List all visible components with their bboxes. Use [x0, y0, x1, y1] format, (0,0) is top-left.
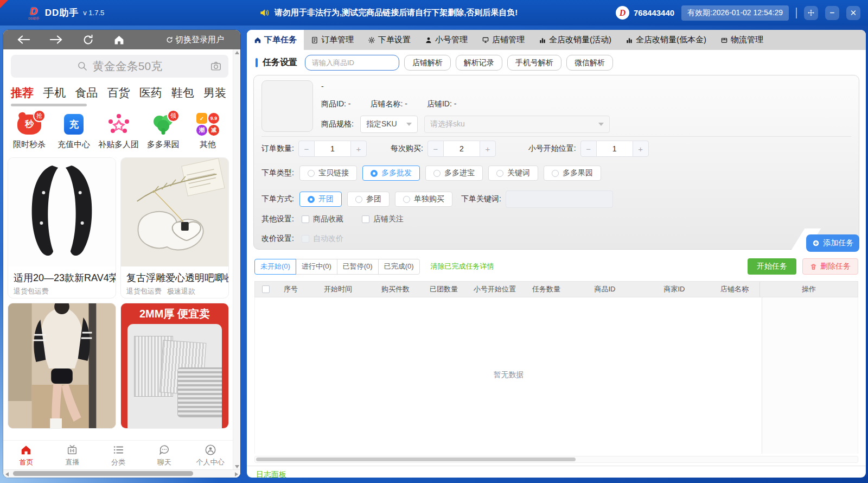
product-thumbnail-placeholder — [261, 80, 313, 132]
app-title: DD助手 — [45, 7, 79, 19]
type-wholesale[interactable]: 多多批发 — [362, 166, 420, 181]
shop-parse-button[interactable]: 店铺解析 — [404, 55, 451, 71]
home-nav-icon — [20, 444, 32, 456]
shortcut-recharge[interactable]: 充 充值中心 — [54, 113, 93, 150]
order-type-label: 下单类型: — [261, 168, 294, 178]
account-start-value[interactable]: 1 — [597, 141, 633, 157]
category-tab-medicine[interactable]: 医药 — [139, 85, 162, 100]
close-button[interactable] — [846, 6, 860, 20]
category-tab-food[interactable]: 食品 — [75, 85, 98, 100]
home-button[interactable] — [113, 34, 125, 46]
nav-home[interactable]: 首页 — [3, 441, 49, 470]
category-tab-recommended[interactable]: 推荐 — [11, 85, 34, 100]
start-task-button[interactable]: 开始任务 — [748, 258, 796, 275]
sku-select[interactable]: 请选择sku — [424, 116, 610, 133]
col-grouped-count: 已团数量 — [420, 284, 468, 294]
per-buy-value[interactable]: 2 — [444, 141, 480, 157]
type-keyword[interactable]: 关键词 — [488, 166, 538, 181]
nav-categories[interactable]: 分类 — [95, 441, 142, 470]
mode-open-group[interactable]: 开团 — [299, 192, 342, 207]
type-duoduo-jinbao[interactable]: 多多进宝 — [425, 166, 483, 181]
person-tab-icon — [425, 36, 432, 44]
product-card-2[interactable]: 复古浮雕爱心透明吧唧收 退货包运费 极速退款 ¥4 店铺好评2万条 — [120, 157, 229, 298]
horizontal-scrollbar[interactable] — [3, 469, 240, 478]
nav-live[interactable]: 直播 — [49, 441, 95, 470]
order-count-value[interactable]: 1 — [315, 141, 350, 157]
clear-finished-link[interactable]: 清除已完成任务详情 — [427, 261, 497, 272]
table-scrollbar-thumb[interactable] — [256, 457, 576, 461]
scroll-up-arrow[interactable] — [235, 51, 239, 54]
logo-d-icon: D — [30, 6, 37, 16]
increment-button[interactable]: + — [350, 141, 367, 157]
category-tab-shoes[interactable]: 鞋包 — [171, 85, 194, 100]
scroll-left-arrow[interactable] — [5, 472, 9, 476]
increment-button[interactable]: + — [480, 141, 496, 157]
follow-shop-checkbox[interactable]: 店铺关注 — [362, 214, 404, 224]
move-icon — [807, 8, 815, 17]
package-icon — [720, 36, 728, 44]
decrement-button[interactable]: − — [298, 141, 315, 157]
switch-user-button[interactable]: 切换登录用户 — [163, 34, 227, 46]
vertical-scrollbar[interactable] — [233, 49, 240, 470]
order-keyword-input[interactable] — [506, 190, 613, 208]
category-tab-general[interactable]: 百货 — [107, 85, 130, 100]
product-card-1[interactable]: 适用20—23款新RAV4荣 退货包运费 ¥11.3 已拼87件 — [8, 157, 116, 298]
forward-button[interactable] — [49, 34, 63, 45]
tab-order-settings[interactable]: 下单设置 — [361, 30, 418, 50]
scroll-right-arrow[interactable] — [235, 472, 238, 476]
product-card-4[interactable]: 2MM厚 便宜卖 — [120, 303, 229, 429]
qq-contact[interactable]: D 768443440 — [616, 6, 674, 20]
increment-button[interactable]: + — [633, 141, 649, 157]
type-orchard[interactable]: 多多果园 — [544, 166, 601, 181]
tab-order-management[interactable]: 订单管理 — [304, 30, 361, 50]
tab-logistics[interactable]: 物流管理 — [713, 30, 770, 50]
app-version: v 1.7.5 — [83, 9, 104, 17]
shortcut-orchard[interactable]: 领 多多果园 — [144, 113, 183, 150]
back-button[interactable] — [16, 34, 30, 45]
mode-single-buy[interactable]: 单独购买 — [395, 192, 452, 207]
nav-chat[interactable]: 聊天 — [141, 441, 187, 470]
status-tab-paused[interactable]: 已暂停(0) — [337, 259, 379, 275]
status-tab-not-started[interactable]: 未开始(0) — [254, 259, 296, 275]
select-all-checkbox[interactable] — [262, 285, 270, 293]
favorite-product-checkbox[interactable]: 商品收藏 — [302, 214, 343, 224]
decrement-button[interactable]: − — [427, 141, 444, 157]
per-buy-label: 每次购买: — [391, 144, 423, 154]
minimize-button[interactable] — [825, 6, 839, 20]
tab-order-task[interactable]: 下单任务 — [247, 30, 304, 50]
shortcut-other[interactable]: ✓ 9.9 潮 减 其他 — [188, 113, 227, 150]
col-shop-name: 店铺名称 — [710, 284, 760, 294]
sku-type-select[interactable]: 指定SKU — [360, 116, 418, 133]
scroll-down-arrow[interactable] — [235, 465, 239, 468]
delete-task-button[interactable]: 删除任务 — [802, 258, 858, 275]
tab-account-management[interactable]: 小号管理 — [418, 30, 475, 50]
shortcut-flash-sale[interactable]: 秒 抢 限时秒杀 — [10, 113, 49, 150]
tab-sales-boost-activity[interactable]: 全店改销量(活动) — [532, 30, 618, 50]
product-id-input[interactable] — [305, 55, 399, 71]
auto-reprice-checkbox[interactable]: 自动改价 — [302, 234, 343, 244]
scrollbar-thumb[interactable] — [13, 471, 193, 476]
camera-search-button[interactable] — [210, 60, 222, 74]
refresh-button[interactable] — [82, 34, 94, 46]
type-item-link[interactable]: 宝贝链接 — [299, 166, 357, 181]
parse-history-button[interactable]: 解析记录 — [456, 55, 502, 71]
category-tab-phones[interactable]: 手机 — [43, 85, 66, 100]
wechat-parse-button[interactable]: 微信解析 — [566, 55, 613, 71]
product-card-3[interactable] — [8, 303, 116, 429]
nav-profile[interactable]: 个人中心 — [187, 441, 233, 470]
log-panel-toggle[interactable]: 日志面板 — [256, 470, 286, 478]
add-task-button[interactable]: 添加任务 — [806, 234, 859, 252]
phone-parse-button[interactable]: 手机号解析 — [507, 55, 561, 71]
move-window-button[interactable] — [804, 6, 818, 20]
decrement-button[interactable]: − — [580, 141, 597, 157]
tab-sales-boost-lowcost[interactable]: 全店改销量(低本金) — [618, 30, 713, 50]
status-tab-finished[interactable]: 已完成(0) — [378, 259, 420, 275]
mode-join-group[interactable]: 参团 — [347, 192, 390, 207]
status-tab-running[interactable]: 进行中(0) — [296, 259, 337, 275]
tab-shop-management[interactable]: 店铺管理 — [475, 30, 532, 50]
table-horizontal-scrollbar[interactable] — [254, 456, 858, 463]
search-input[interactable]: 黄金金条50克 — [11, 55, 228, 78]
home-icon — [113, 34, 125, 46]
category-tab-menswear[interactable]: 男装 — [203, 85, 226, 100]
shortcut-group-subsidy[interactable]: 补贴多人团 — [99, 113, 138, 150]
